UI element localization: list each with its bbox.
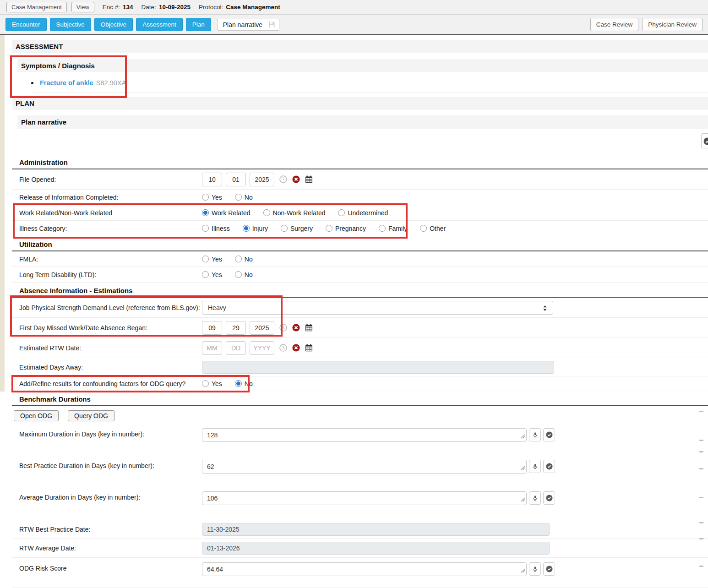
other-radio[interactable]: Other [420, 225, 446, 232]
radio-icon[interactable] [202, 194, 209, 201]
clipped-mark [699, 497, 703, 498]
radio-icon-selected[interactable] [235, 380, 242, 387]
left-margin-strip [0, 35, 5, 392]
physician-review-button[interactable]: Physician Review [642, 18, 703, 31]
max-duration-textarea[interactable]: 128 [202, 428, 527, 442]
clear-date-icon[interactable] [292, 175, 300, 183]
estimated-days-away-input [202, 361, 554, 374]
undetermined-radio[interactable]: Undetermined [338, 209, 388, 217]
illness-category-label: Illness Category: [19, 225, 202, 232]
clipped-edge-button[interactable] [701, 133, 708, 148]
plan-narrative-button[interactable]: Plan narrative [217, 19, 279, 31]
radio-icon[interactable] [202, 225, 209, 232]
radio-icon[interactable] [235, 256, 242, 262]
radio-label: Other [430, 225, 446, 232]
confirm-button[interactable] [543, 428, 555, 441]
radio-label: No [245, 271, 253, 278]
calendar-icon[interactable] [305, 344, 313, 352]
radio-icon[interactable] [326, 225, 332, 232]
radio-icon[interactable] [379, 225, 386, 232]
ltd-yes-radio[interactable]: Yes [202, 271, 222, 278]
microphone-button[interactable] [529, 428, 541, 441]
microphone-button[interactable] [529, 491, 541, 505]
first-day-month-input[interactable] [202, 321, 222, 335]
tab-plan[interactable]: Plan [186, 18, 211, 31]
tab-encounter[interactable]: Encounter [5, 18, 47, 31]
fmla-yes-radio[interactable]: Yes [202, 256, 222, 263]
file-opened-month-input[interactable] [202, 173, 222, 186]
confirm-button[interactable] [543, 491, 555, 505]
max-duration-value: 128 [207, 431, 218, 439]
confirm-button[interactable] [543, 460, 555, 473]
resize-grip-icon[interactable] [521, 567, 525, 575]
confounding-yes-radio[interactable]: Yes [202, 380, 222, 387]
radio-icon[interactable] [281, 225, 288, 232]
case-review-button[interactable]: Case Review [590, 18, 639, 31]
tab-subjective[interactable]: Subjective [50, 18, 91, 31]
plan-narrative-button-label: Plan narrative [223, 21, 262, 28]
resize-grip-icon[interactable] [521, 433, 525, 441]
clock-icon[interactable] [279, 324, 287, 332]
radio-icon-selected[interactable] [202, 209, 209, 216]
best-practice-textarea[interactable]: 62 [202, 460, 527, 474]
family-radio[interactable]: Family [379, 225, 407, 232]
odg-risk-score-value: 64.64 [207, 566, 223, 573]
tab-assessment[interactable]: Assessment [136, 18, 183, 31]
injury-radio[interactable]: Injury [243, 225, 268, 232]
tab-objective[interactable]: Objective [94, 18, 133, 31]
file-opened-year-input[interactable] [250, 173, 274, 186]
microphone-button[interactable] [529, 460, 541, 473]
radio-icon[interactable] [202, 380, 209, 387]
rtw-month-input[interactable] [202, 341, 222, 355]
query-odg-button[interactable]: Query ODG [68, 410, 114, 421]
clear-date-icon[interactable] [292, 324, 300, 332]
open-odg-button[interactable]: Open ODG [14, 410, 59, 421]
radio-icon[interactable] [202, 256, 209, 262]
non-work-related-radio[interactable]: Non-Work Related [263, 209, 326, 217]
average-duration-textarea[interactable]: 106 [202, 491, 527, 505]
clock-icon[interactable] [279, 175, 287, 183]
ltd-no-radio[interactable]: No [235, 271, 253, 278]
surgery-radio[interactable]: Surgery [281, 225, 313, 232]
best-practice-value: 62 [207, 463, 214, 470]
radio-label: Undetermined [348, 209, 388, 217]
assessment-section-header: ASSESSMENT [12, 40, 708, 53]
microphone-button[interactable] [529, 562, 541, 576]
odg-risk-score-textarea[interactable]: 64.64 [202, 562, 527, 576]
diagnosis-link[interactable]: Fracture of ankle [40, 79, 93, 87]
radio-icon[interactable] [202, 271, 209, 278]
radio-icon-selected[interactable] [243, 225, 250, 232]
radio-icon[interactable] [235, 194, 242, 201]
radio-icon[interactable] [338, 209, 345, 216]
plan-narrative-area[interactable] [12, 129, 708, 154]
fmla-no-radio[interactable]: No [235, 256, 253, 263]
release-yes-radio[interactable]: Yes [202, 194, 222, 201]
file-opened-row: File Opened: [12, 169, 708, 190]
illness-radio[interactable]: Illness [202, 225, 230, 232]
radio-icon[interactable] [235, 271, 242, 278]
radio-icon[interactable] [420, 225, 427, 232]
resize-grip-icon[interactable] [521, 464, 525, 472]
first-day-year-input[interactable] [250, 321, 274, 335]
clock-icon[interactable] [279, 344, 287, 352]
confirm-button[interactable] [543, 562, 555, 576]
job-strength-select[interactable]: Heavy [202, 301, 553, 315]
case-management-button[interactable]: Case Management [6, 2, 67, 12]
best-practice-row: Best Practice Duration in Days (key in n… [12, 457, 708, 477]
clipped-mark [699, 538, 703, 539]
calendar-icon[interactable] [305, 175, 313, 183]
work-related-radio[interactable]: Work Related [202, 209, 251, 217]
rtw-day-input[interactable] [226, 341, 246, 355]
confounding-no-radio[interactable]: No [235, 380, 253, 387]
pregnancy-radio[interactable]: Pregnancy [326, 225, 366, 232]
rtw-year-input[interactable] [250, 341, 274, 355]
first-day-day-input[interactable] [226, 321, 246, 335]
release-no-radio[interactable]: No [235, 194, 253, 201]
save-icon[interactable] [268, 21, 275, 28]
resize-grip-icon[interactable] [521, 496, 525, 504]
file-opened-day-input[interactable] [226, 173, 246, 186]
radio-icon[interactable] [263, 209, 270, 216]
view-button[interactable]: View [71, 2, 94, 12]
clear-date-icon[interactable] [292, 344, 300, 352]
calendar-icon[interactable] [305, 324, 313, 332]
